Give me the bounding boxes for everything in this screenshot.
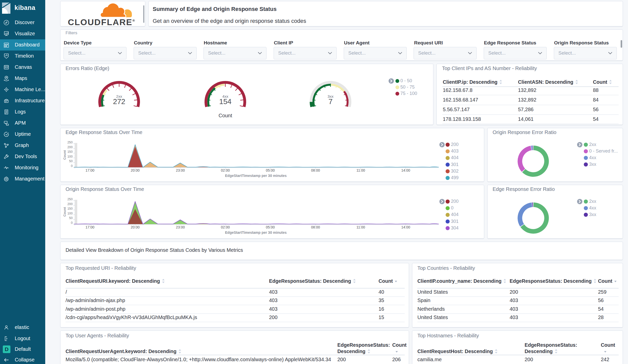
- svg-text:272: 272: [113, 97, 125, 106]
- svg-text:7: 7: [328, 97, 333, 106]
- svg-text:154: 154: [219, 97, 231, 106]
